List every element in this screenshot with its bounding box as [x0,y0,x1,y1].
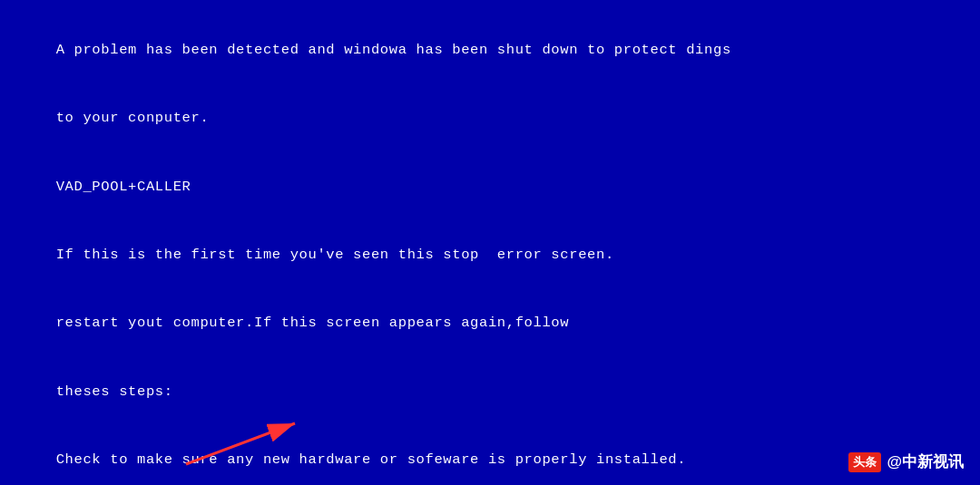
bsod-screen: A problem has been detected and windowa … [0,0,980,485]
line6: theses steps: [56,383,173,400]
watermark-text: @中新视讯 [887,451,964,472]
line4: If this is the first time you've seen th… [56,247,614,263]
line3: VAD_POOL+CALLER [56,179,191,195]
watermark: 头条 @中新视讯 [848,451,964,472]
line2: to your conputer. [56,110,210,126]
line1: A problem has been detected and windowa … [56,42,731,58]
line5: restart yout computer.If this screen app… [56,315,570,331]
svg-line-1 [186,423,295,464]
line7: Check to make sure any new hardware or s… [56,451,687,468]
bsod-content: A problem has been detected and windowa … [20,16,960,485]
arrow-icon [177,419,322,469]
watermark-logo: 头条 [848,452,881,472]
